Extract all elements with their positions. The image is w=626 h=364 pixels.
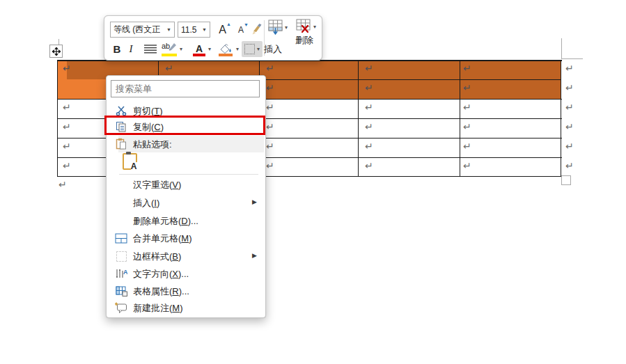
word-document-canvas: ↵↵↵↵↵↵↵↵↵↵↵↵↵↵↵↵↵↵↵↵↵↵↵↵↵↵↵↵↵↵↵↵↵↵↵↵ 等线 … — [0, 0, 626, 364]
shrink-font-button[interactable]: A ▼ — [233, 22, 249, 38]
highlight-pen-icon — [168, 41, 178, 51]
row-end-mark: ↵ — [565, 63, 574, 73]
cell-end-mark: ↵ — [266, 161, 274, 171]
paste-option-keep-text-only[interactable]: A — [107, 154, 265, 172]
bold-button[interactable]: B — [110, 41, 124, 56]
cell-end-mark: ↵ — [463, 83, 471, 93]
search-input[interactable] — [111, 80, 260, 97]
cell-end-mark: ↵ — [463, 122, 471, 132]
menu-item-text-direction[interactable]: A 文字方向(X)... — [107, 266, 265, 281]
menu-item-delete-cells[interactable]: 删除单元格(D)... — [107, 213, 265, 228]
text-direction-icon: A — [111, 266, 132, 281]
combo-caret-icon[interactable]: ▼ — [202, 27, 207, 32]
menu-item-hanzi-reselect[interactable]: 汉字重选(V) — [107, 177, 265, 192]
menu-item-insert[interactable]: 插入(I) ▶ — [107, 195, 265, 210]
highlight-color-button[interactable]: ab — [161, 41, 178, 56]
mini-format-toolbar: 等线 (西文正 ▼ 11.5 ▼ A ▲ A ▼ — [104, 15, 322, 61]
cell-end-mark: ↵ — [365, 63, 373, 73]
cell-end-mark: ↵ — [63, 141, 71, 151]
borders-button[interactable]: ▾ — [242, 41, 263, 57]
row-end-mark: ↵ — [565, 102, 574, 112]
table-resize-handle[interactable] — [561, 175, 571, 185]
insert-table-icon — [268, 19, 283, 35]
paint-bucket-icon — [219, 44, 233, 54]
shrink-caret-icon: ▼ — [244, 22, 249, 27]
menu-separator — [119, 174, 258, 175]
format-painter-icon — [251, 23, 263, 35]
distributed-lines-button[interactable] — [142, 42, 159, 55]
cell-end-mark: ↵ — [463, 63, 471, 73]
context-menu: 剪切(T) 复制(C) 粘贴选项: — [106, 75, 266, 318]
border-style-icon — [244, 44, 255, 54]
cell-end-mark: ↵ — [463, 102, 471, 112]
table-grid-line — [57, 60, 58, 177]
row-end-mark: ↵ — [565, 83, 574, 93]
font-size-combobox[interactable]: 11.5 ▼ — [178, 22, 210, 38]
annotation-highlight-box — [104, 116, 265, 135]
cell-end-mark: ↵ — [63, 122, 71, 132]
cell-end-mark: ↵ — [58, 180, 67, 189]
submenu-arrow-icon: ▶ — [252, 198, 257, 205]
delete-table-icon — [296, 19, 311, 34]
delete-table-label[interactable]: 删除 — [295, 34, 313, 47]
text-boundary-topright-h — [562, 58, 583, 59]
font-color-dropdown-caret-icon[interactable]: ▾ — [208, 47, 211, 52]
cell-end-mark: ↵ — [63, 102, 71, 112]
text-boundary-topright-v — [561, 38, 562, 59]
insert-table-label[interactable]: 插入 — [264, 43, 282, 56]
cell-end-mark: ↵ — [365, 83, 373, 93]
delete-dropdown-caret-icon[interactable]: ▾ — [313, 24, 316, 30]
grow-caret-icon: ▲ — [226, 22, 231, 26]
row-end-mark: ↵ — [565, 141, 574, 151]
menu-item-border-styles[interactable]: 边框样式(B) ▶ — [107, 248, 265, 264]
line-spacing-icon — [143, 44, 157, 54]
menu-item-new-comment[interactable]: 新建批注(M) — [107, 300, 265, 315]
font-size-value: 11.5 — [181, 25, 196, 35]
highlight-dropdown-caret-icon[interactable]: ▾ — [180, 47, 182, 52]
grow-font-button[interactable]: A ▲ — [214, 22, 231, 38]
keep-text-only-icon: A — [119, 154, 140, 169]
cell-end-mark: ↵ — [165, 63, 173, 73]
combo-caret-icon[interactable]: ▼ — [166, 27, 171, 32]
cell-end-mark: ↵ — [63, 63, 71, 73]
font-colorbar — [193, 54, 205, 56]
highlight-colorbar — [162, 54, 177, 56]
insert-dropdown-caret-icon[interactable]: ▾ — [285, 25, 288, 31]
font-color-button[interactable]: A — [192, 41, 206, 56]
cell-end-mark: ↵ — [266, 63, 274, 73]
font-name-value: 等线 (西文正 — [114, 24, 160, 35]
format-painter-button[interactable] — [249, 21, 265, 38]
cell-end-mark: ↵ — [463, 161, 471, 171]
cell-end-mark: ↵ — [463, 141, 471, 151]
svg-text:A: A — [123, 269, 127, 276]
shading-button[interactable] — [217, 40, 234, 56]
delete-table-button[interactable] — [296, 19, 311, 34]
merge-cells-icon — [111, 230, 132, 246]
cell-end-mark: ↵ — [365, 122, 373, 132]
cell-end-mark: ↵ — [266, 83, 274, 93]
italic-button[interactable]: I — [125, 41, 136, 56]
paste-icon — [111, 136, 132, 152]
table-grid-line — [358, 60, 359, 177]
new-comment-icon — [111, 300, 132, 315]
shading-dropdown-caret-icon[interactable]: ▾ — [236, 47, 239, 52]
menu-item-table-properties[interactable]: 表格属性(R)... — [107, 283, 265, 299]
row-end-mark: ↵ — [565, 161, 574, 171]
shading-colorbar — [219, 54, 233, 56]
cell-end-mark: ↵ — [365, 102, 373, 112]
cell-end-mark: ↵ — [266, 141, 274, 151]
table-grid-line — [460, 60, 460, 177]
table-properties-icon — [111, 283, 132, 299]
cell-end-mark: ↵ — [365, 141, 373, 151]
cell-end-mark: ↵ — [365, 161, 373, 171]
cell-end-mark: ↵ — [266, 102, 274, 112]
table-move-handle-icon[interactable] — [49, 45, 63, 58]
submenu-arrow-icon: ▶ — [252, 252, 257, 259]
border-styles-icon — [111, 248, 132, 264]
menu-item-paste-options: 粘贴选项: — [107, 136, 265, 152]
insert-table-button[interactable] — [268, 19, 283, 35]
menu-item-merge-cells[interactable]: 合并单元格(M) — [107, 230, 265, 246]
cell-end-mark: ↵ — [63, 161, 71, 171]
borders-dropdown-caret-icon[interactable]: ▾ — [257, 46, 260, 52]
font-name-combobox[interactable]: 等线 (西文正 ▼ — [110, 22, 175, 38]
